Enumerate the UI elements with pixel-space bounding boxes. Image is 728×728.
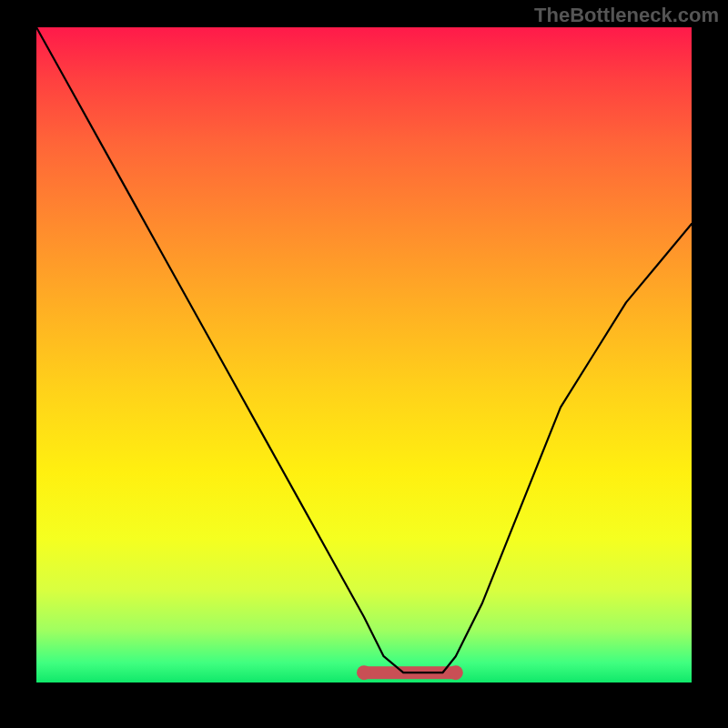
valley-start-dot (357, 665, 371, 680)
bottleneck-curve (36, 27, 692, 672)
watermark-text: TheBottleneck.com (534, 4, 719, 27)
chart-overlay (36, 27, 692, 682)
plot-area (36, 27, 692, 682)
figure-root: TheBottleneck.com (0, 0, 728, 728)
valley-end-dot (449, 665, 463, 680)
